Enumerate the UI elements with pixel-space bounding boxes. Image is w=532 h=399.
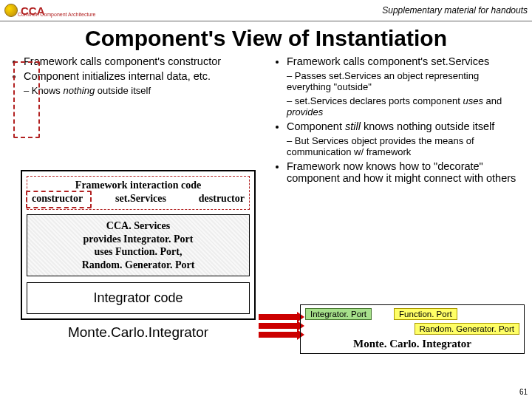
slide-title: Component's View of Instantiation [0,26,532,51]
logo-subtitle: Common Component Architecture [18,12,95,17]
ports-row-1: Integrator. Port Function. Port [305,308,519,320]
arrow-icon [259,314,297,344]
right-sub-1: Passes set.Services an object representi… [287,70,525,92]
framework-interaction-box: Framework interaction code constructor s… [27,176,250,210]
integrator-code-box: Integrator code [27,282,250,314]
supplementary-note: Supplementary material for handouts [382,5,528,16]
port-random: Random. Generator. Port [415,323,519,335]
fw-title: Framework interaction code [32,180,245,191]
right-column: Framework calls component's set.Services… [270,55,525,187]
ports-row-2: Random. Generator. Port [305,323,519,335]
fw-row: constructor set.Services destructor [32,193,245,205]
port-integrator: Integrator. Port [305,308,372,320]
fw-setservices: set.Services [115,193,166,205]
header-bar: CCA Common Component Architecture Supple… [0,0,532,21]
content-columns: Framework calls component's constructor … [0,55,532,187]
svc-line-4: Random. Generator. Port [30,259,246,272]
left-bullet-1: Framework calls component's constructor [24,55,262,67]
port-function: Function. Port [394,308,457,320]
component-diagram: Framework interaction code constructor s… [21,170,256,341]
svc-line-2: provides Integrator. Port [30,233,246,246]
fw-destructor: destructor [199,193,245,205]
logo-icon [4,4,18,17]
page-number: 61 [519,388,528,396]
right-bullet-3: Framework now knows how to "decorate" co… [287,160,525,184]
left-bullet-2: Component initializes internal data, etc… [24,70,262,82]
right-sub-3: But Services object provides the means o… [287,135,525,157]
services-box: CCA. Services provides Integrator. Port … [27,214,250,276]
fw-constructor: constructor [32,193,83,205]
right-sub-2: set.Services declares ports component us… [287,95,525,117]
right-bullet-1: Framework calls component's set.Services [287,55,525,67]
svc-line-1: CCA. Services [30,219,246,233]
outer-box: Framework interaction code constructor s… [21,170,256,320]
left-sub-1: Knows nothing outside itself [24,85,262,96]
ports-label: Monte. Carlo. Integrator [305,338,519,350]
diagram-label: Monte.Carlo.Integrator [21,324,256,341]
left-column: Framework calls component's constructor … [7,55,262,187]
ports-panel: Integrator. Port Function. Port Random. … [300,304,525,354]
svc-line-3: uses Function. Port, [30,245,246,259]
right-bullet-2: Component still knows nothing outside it… [287,120,525,132]
